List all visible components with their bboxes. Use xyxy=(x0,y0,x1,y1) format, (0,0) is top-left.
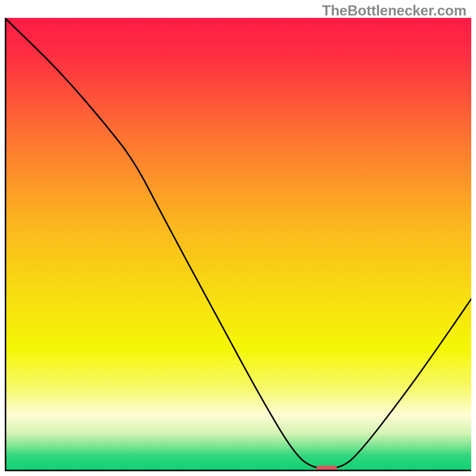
bottleneck-chart xyxy=(5,18,471,471)
watermark-text: TheBottlenecker.com xyxy=(322,2,466,19)
chart-background xyxy=(5,18,471,471)
